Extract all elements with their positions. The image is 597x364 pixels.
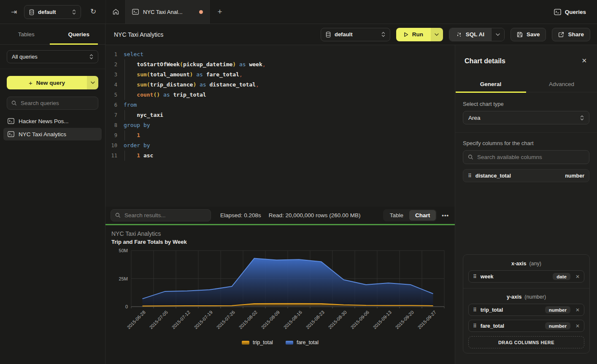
view-toggle-chart[interactable]: Chart — [409, 210, 436, 221]
column-type-badge: number — [545, 306, 570, 313]
run-button[interactable]: Run — [396, 28, 443, 41]
y-axis-column-trip-total[interactable]: ⠿ trip_total number ✕ — [468, 304, 584, 316]
header-database-selector[interactable]: default — [321, 28, 390, 41]
svg-text:2015-07-19: 2015-07-19 — [193, 310, 213, 330]
chart-type-select[interactable]: Area — [463, 111, 589, 124]
queries-top-button[interactable]: Queries — [554, 5, 586, 18]
chevron-down-icon — [496, 33, 500, 36]
sql-ai-label: SQL AI — [466, 31, 484, 38]
panel-header: Chart details ✕ — [455, 45, 597, 76]
topbar-database-selector[interactable]: default — [24, 5, 81, 19]
sql-ai-button[interactable]: SQL AI — [449, 28, 505, 41]
editor-line[interactable]: 7 nyc_taxi — [105, 110, 455, 120]
search-columns-input[interactable]: Search available columns — [463, 150, 589, 164]
sidebar-collapse-icon[interactable]: ⇥ — [8, 6, 19, 17]
query-list-item-nyc-taxi[interactable]: NYC Taxi Analytics — [3, 128, 102, 140]
tab-title: NYC Taxi Anal... — [143, 9, 195, 15]
remove-icon[interactable]: ✕ — [574, 323, 580, 329]
editor-line[interactable]: 2 toStartOfWeek(pickup_datetime) as week… — [105, 59, 455, 70]
save-icon — [517, 32, 523, 38]
tab-general[interactable]: General — [455, 76, 526, 92]
x-axis-column-week[interactable]: ⠿ week date ✕ — [468, 270, 584, 283]
share-button[interactable]: Share — [552, 28, 590, 41]
editor-line[interactable]: 6from — [105, 100, 455, 110]
drag-handle-icon[interactable]: ⠿ — [473, 274, 477, 279]
sidebar-tab-queries[interactable]: Queries — [53, 24, 105, 44]
new-query-button[interactable]: + New query — [7, 76, 98, 89]
drop-zone[interactable]: DRAG COLUMNS HERE — [468, 336, 584, 348]
code-text: 1 — [124, 130, 140, 140]
new-query-main[interactable]: + New query — [7, 76, 87, 89]
sidebar-tab-underline — [50, 43, 98, 45]
panel-divider — [455, 132, 597, 133]
chart-details-panel: Chart details ✕ General Advanced Select … — [455, 45, 597, 364]
new-query-dropdown[interactable] — [87, 76, 98, 89]
drag-handle-icon[interactable]: ⠿ — [468, 173, 472, 178]
view-toggle-table[interactable]: Table — [384, 210, 409, 221]
legend-item-trip-total[interactable]: trip_total — [242, 340, 273, 345]
svg-text:50M: 50M — [119, 248, 128, 253]
available-column-distance-total[interactable]: ⠿ distance_total number — [463, 169, 589, 182]
code-text: from — [124, 100, 137, 110]
sql-editor[interactable]: 1select2 toStartOfWeek(pickup_datetime) … — [105, 45, 455, 207]
editor-line[interactable]: 3 sum(total_amount) as fare_total, — [105, 70, 455, 80]
column-name: trip_total — [481, 307, 503, 313]
database-icon — [326, 32, 331, 38]
x-axis-header: x-axis (any) — [468, 261, 584, 267]
search-queries-placeholder: Search queries — [21, 100, 59, 106]
remove-icon[interactable]: ✕ — [574, 274, 580, 280]
ellipsis-icon[interactable]: ••• — [442, 212, 449, 218]
line-number: 5 — [105, 90, 117, 100]
tab-advanced[interactable]: Advanced — [526, 76, 597, 92]
line-number: 11 — [105, 151, 117, 161]
query-filter-select[interactable]: All queries — [7, 50, 98, 63]
editor-line[interactable]: 11 1 asc — [105, 151, 455, 161]
home-tab-button[interactable] — [105, 0, 125, 24]
sql-ai-dropdown[interactable] — [491, 28, 504, 41]
query-filter-value: All queries — [12, 54, 38, 60]
query-list-item-hacker-news[interactable]: Hacker News Pos... — [3, 115, 102, 127]
search-icon — [11, 100, 17, 106]
editor-line[interactable]: 9 1 — [105, 130, 455, 140]
run-dropdown[interactable] — [431, 28, 443, 41]
svg-text:2015-08-23: 2015-08-23 — [305, 310, 325, 330]
svg-text:2015-07-26: 2015-07-26 — [216, 310, 236, 330]
sql-ai-main[interactable]: SQL AI — [449, 28, 491, 41]
save-button[interactable]: Save — [511, 28, 546, 41]
drag-handle-icon[interactable]: ⠿ — [473, 324, 477, 329]
remove-icon[interactable]: ✕ — [574, 307, 580, 313]
search-queries-input[interactable]: Search queries — [7, 97, 98, 110]
legend-item-fare-total[interactable]: fare_total — [286, 340, 319, 345]
drag-handle-icon[interactable]: ⠿ — [473, 307, 477, 313]
refresh-icon[interactable]: ↻ — [88, 6, 99, 17]
legend-label: fare_total — [297, 340, 319, 345]
close-icon[interactable]: ✕ — [581, 57, 587, 65]
svg-text:2015-06-28: 2015-06-28 — [126, 310, 146, 330]
chart-subtitle: Trip and Fare Totals by Week — [111, 239, 187, 245]
editor-line[interactable]: 5 count() as trip_total — [105, 90, 455, 100]
new-tab-button[interactable]: + — [210, 0, 230, 24]
code-text: count() as trip_total — [124, 90, 206, 100]
editor-line[interactable]: 10order by — [105, 140, 455, 151]
chevron-updown-icon — [580, 115, 584, 121]
tab-nyc-taxi-analytics[interactable]: NYC Taxi Anal... — [125, 0, 210, 24]
y-axis-column-fare-total[interactable]: ⠿ fare_total number ✕ — [468, 320, 584, 332]
area-chart[interactable]: 025M50M2015-06-282015-07-052015-07-12201… — [105, 246, 455, 338]
sidebar-divider — [0, 69, 105, 69]
search-results-input[interactable]: Search results... — [111, 209, 211, 221]
search-results-placeholder: Search results... — [124, 212, 166, 218]
sidebar-tab-tables[interactable]: Tables — [0, 24, 53, 44]
editor-line[interactable]: 4 sum(trip_distance) as distance_total, — [105, 80, 455, 90]
line-number: 1 — [105, 49, 117, 59]
query-icon — [554, 9, 561, 15]
line-number: 10 — [105, 140, 117, 151]
view-toggle: Table Chart — [383, 209, 437, 221]
run-main[interactable]: Run — [396, 28, 431, 41]
svg-text:2015-08-30: 2015-08-30 — [327, 310, 348, 330]
editor-line[interactable]: 1select — [105, 49, 455, 59]
search-icon — [468, 154, 473, 160]
code-text: group by — [124, 120, 150, 130]
y-axis-header: y-axis (number) — [468, 294, 584, 300]
editor-line[interactable]: 8group by — [105, 120, 455, 130]
panel-tab-underline — [456, 92, 526, 93]
